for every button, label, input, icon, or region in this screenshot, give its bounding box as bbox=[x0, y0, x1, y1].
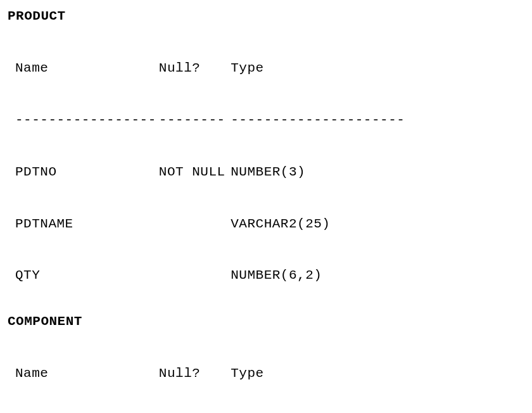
header-type: Type bbox=[231, 365, 263, 382]
cell-name: PDTNAME bbox=[15, 215, 159, 232]
table-header: NameNull?Type bbox=[15, 365, 524, 382]
header-type: Type bbox=[231, 60, 263, 77]
cell-name: QTY bbox=[15, 267, 159, 284]
divider-null: -------- bbox=[159, 111, 231, 129]
cell-type: VARCHAR2(25) bbox=[231, 215, 330, 232]
header-name: Name bbox=[15, 365, 159, 382]
cell-type: NUMBER(6,2) bbox=[231, 267, 322, 284]
divider-type: --------------------- bbox=[231, 111, 405, 129]
table-name-component: COMPONENT bbox=[8, 313, 524, 330]
table-name-product: PRODUCT bbox=[8, 8, 524, 25]
header-null: Null? bbox=[159, 60, 231, 77]
cell-name: PDTNO bbox=[15, 163, 159, 181]
table-row: PDTNONOT NULLNUMBER(3) bbox=[15, 163, 524, 181]
header-null: Null? bbox=[159, 365, 231, 382]
cell-type: NUMBER(3) bbox=[231, 163, 305, 181]
header-name: Name bbox=[15, 60, 159, 77]
cell-null: NOT NULL bbox=[159, 163, 231, 181]
table-row: PDTNAMEVARCHAR2(25) bbox=[15, 215, 524, 232]
table-header: NameNull?Type bbox=[15, 60, 524, 77]
table-row: QTYNUMBER(6,2) bbox=[15, 267, 524, 284]
table-product: NameNull?Type --------------------------… bbox=[15, 25, 524, 302]
table-divider: ----------------------------------------… bbox=[15, 111, 524, 129]
table-component: NameNull?Type --------------------------… bbox=[15, 330, 524, 413]
divider-name: ----------------- bbox=[15, 111, 159, 129]
